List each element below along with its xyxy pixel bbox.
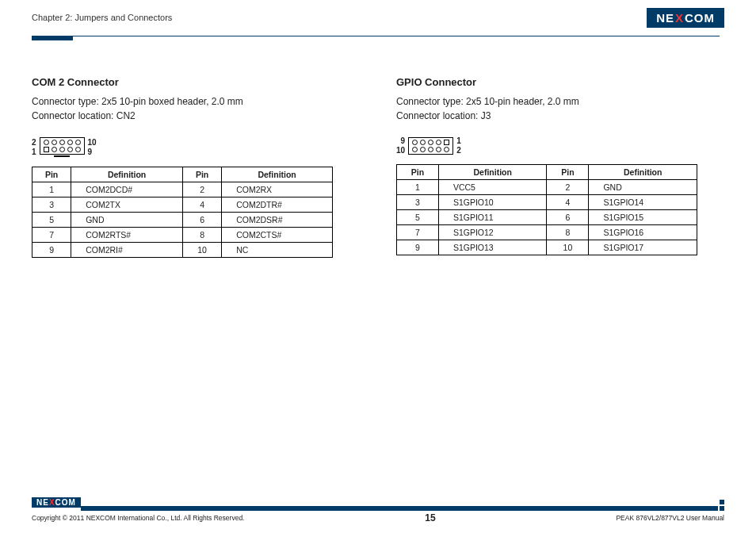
pin-cell: 3 [397,195,439,210]
pin-cell: 1 [32,182,71,197]
pin-cell: 7 [32,228,71,243]
gpio-location: Connector location: J3 [396,109,713,123]
diag-label: 10 [88,139,97,147]
gpio-type: Connector type: 2x5 10-pin header, 2.0 m… [396,94,713,109]
table-row: 3COM2TX4COM2DTR# [32,197,333,213]
logo-left: NE [656,11,674,25]
diag-label: 9 [88,148,97,156]
th-def: Definition [438,165,547,180]
gpio-pin-table: Pin Definition Pin Definition 1VCC52GND3… [396,164,697,255]
pin-cell: 5 [32,213,71,228]
diag-label: 2 [32,139,36,147]
com2-section: COM 2 Connector Connector type: 2x5 10-p… [32,76,349,258]
logo-x: X [675,11,684,25]
def-cell: S1GPIO10 [438,195,547,210]
com2-type: Connector type: 2x5 10-pin boxed header,… [32,94,349,109]
copyright: Copyright © 2011 NEXCOM International Co… [32,514,244,522]
table-row: 7COM2RTS#8COM2CTS# [32,228,333,243]
chapter-title: Chapter 2: Jumpers and Connectors [32,13,172,22]
def-cell: GND [71,213,183,228]
th-def: Definition [222,167,333,182]
pin-cell: 8 [182,228,221,243]
def-cell: S1GPIO15 [589,210,697,225]
th-def: Definition [589,165,697,180]
pin-cell: 5 [397,210,439,225]
pin-cell: 6 [182,213,221,228]
def-cell: COM2TX [71,197,183,213]
def-cell: S1GPIO17 [589,240,697,255]
pin-cell: 8 [547,225,589,240]
pin-cell: 9 [32,243,71,258]
diag-label: 10 [396,147,405,155]
pin-cell: 6 [547,210,589,225]
gpio-pin-diagram: 9 10 1 2 [396,137,713,155]
svg-rect-0 [713,506,718,511]
diag-label: 2 [456,147,461,155]
table-row: 5GND6COM2DSR# [32,213,333,228]
table-row: 1VCC52GND [397,180,697,195]
th-pin: Pin [182,167,221,182]
table-row: 7S1GPIO128S1GPIO16 [397,225,697,240]
nexcom-logo: NEXCOM [647,8,724,28]
th-pin: Pin [32,167,71,182]
table-row: 1COM2DCD#2COM2RX [32,182,333,197]
pin-cell: 4 [547,195,589,210]
page-number: 15 [425,512,435,523]
table-row: 3S1GPIO104S1GPIO14 [397,195,697,210]
table-row: 9COM2RI#10NC [32,243,333,258]
pin-cell: 2 [547,180,589,195]
table-row: 5S1GPIO116S1GPIO15 [397,210,697,225]
def-cell: NC [222,243,333,258]
th-pin: Pin [547,165,589,180]
table-row: 9S1GPIO1310S1GPIO17 [397,240,697,255]
diag-label: 9 [396,137,405,145]
pin-cell: 3 [32,197,71,213]
logo-x: X [49,498,55,507]
def-cell: COM2DTR# [222,197,333,213]
def-cell: S1GPIO16 [589,225,697,240]
diag-label: 1 [456,137,461,145]
def-cell: S1GPIO12 [438,225,547,240]
svg-rect-2 [720,506,724,511]
logo-right: COM [685,11,715,25]
th-def: Definition [71,167,183,182]
def-cell: COM2RTS# [71,228,183,243]
th-pin: Pin [397,165,439,180]
manual-name: PEAK 876VL2/877VL2 User Manual [616,514,724,522]
pin-cell: 1 [397,180,439,195]
def-cell: COM2DSR# [222,213,333,228]
def-cell: S1GPIO13 [438,240,547,255]
def-cell: VCC5 [438,180,547,195]
footer-logo: NEXCOM [32,497,81,508]
def-cell: S1GPIO11 [438,210,547,225]
def-cell: COM2DCD# [71,182,183,197]
def-cell: COM2RI# [71,243,183,258]
pin-cell: 4 [182,197,221,213]
pin-cell: 10 [547,240,589,255]
pin-cell: 9 [397,240,439,255]
logo-right: COM [55,498,76,507]
pin-cell: 10 [182,243,221,258]
def-cell: COM2CTS# [222,228,333,243]
pin-cell: 2 [182,182,221,197]
com2-title: COM 2 Connector [32,76,349,88]
gpio-section: GPIO Connector Connector type: 2x5 10-pi… [396,76,713,258]
svg-rect-1 [720,500,724,504]
page-footer: NEXCOM Copyright © 2011 NEXCOM Internati… [32,500,724,523]
diag-label: 1 [32,148,36,156]
def-cell: COM2RX [222,182,333,197]
header-rule [32,30,724,44]
com2-location: Connector location: CN2 [32,109,349,123]
pin-cell: 7 [397,225,439,240]
def-cell: S1GPIO14 [589,195,697,210]
def-cell: GND [589,180,697,195]
footer-end-icon [713,500,724,511]
logo-left: NE [36,498,49,507]
com2-pin-diagram: 2 1 10 9 [32,137,349,157]
com2-pin-table: Pin Definition Pin Definition 1COM2DCD#2… [32,167,333,258]
gpio-title: GPIO Connector [396,76,713,88]
